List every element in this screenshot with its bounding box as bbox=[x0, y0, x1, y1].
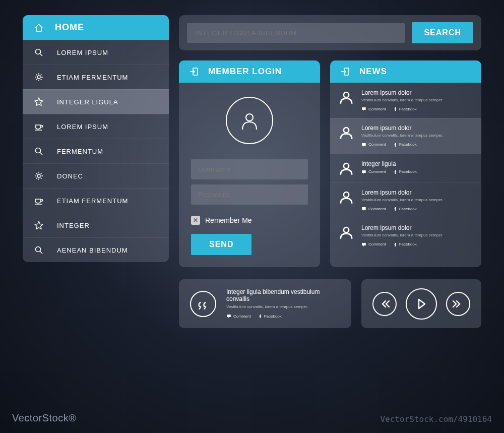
sidebar-item-fermentum[interactable]: FERMENTUM bbox=[23, 139, 169, 163]
avatar-icon bbox=[226, 97, 273, 144]
sidebar-item-label: LOREM IPSUM bbox=[57, 49, 108, 56]
sidebar-item-aenean-bibendum[interactable]: AENEAN BIBENDUM bbox=[23, 237, 169, 262]
quote-box: Integer ligula bibendum vestibulum conva… bbox=[179, 279, 351, 328]
search-input[interactable] bbox=[187, 23, 405, 43]
gear-icon bbox=[34, 72, 44, 82]
sidebar-item-donec[interactable]: DONEC bbox=[23, 163, 169, 188]
news-title: Lorem ipsum dolor bbox=[361, 125, 473, 132]
user-icon bbox=[338, 189, 354, 205]
send-button[interactable]: SEND bbox=[191, 234, 251, 255]
sidebar-item-label: FERMENTUM bbox=[57, 148, 103, 155]
facebook-link[interactable]: Facebook bbox=[393, 106, 417, 112]
search-icon bbox=[34, 47, 44, 57]
news-subtitle: Vestibulum convallis, lorem a tempus sem… bbox=[361, 233, 473, 238]
news-item[interactable]: Integer ligula Comment Facebook bbox=[330, 154, 481, 182]
sidebar-header[interactable]: HOME bbox=[23, 15, 169, 40]
next-button[interactable] bbox=[446, 292, 470, 316]
search-button[interactable]: SEARCH bbox=[412, 22, 473, 43]
watermark-vectorstock: VectorStock® bbox=[12, 412, 76, 424]
login-icon bbox=[340, 67, 350, 77]
sidebar-item-label: LOREM IPSUM bbox=[57, 123, 108, 131]
comment-link[interactable]: Comment bbox=[361, 106, 386, 111]
username-input[interactable] bbox=[191, 159, 308, 179]
news-item[interactable]: Lorem ipsum dolor Vestibulum convallis, … bbox=[330, 83, 481, 118]
cup-icon bbox=[34, 121, 44, 132]
facebook-link[interactable]: Facebook bbox=[258, 313, 282, 319]
comment-link[interactable]: Comment bbox=[361, 242, 386, 247]
sidebar-item-label: INTEGER bbox=[57, 222, 90, 229]
search-bar: SEARCH bbox=[179, 15, 481, 50]
login-header: MEMBER LOGIN bbox=[179, 60, 320, 83]
password-input[interactable] bbox=[191, 184, 308, 205]
sidebar-item-integer[interactable]: INTEGER bbox=[23, 213, 169, 237]
news-item[interactable]: Lorem ipsum dolor Vestibulum convallis, … bbox=[330, 118, 481, 153]
comment-link[interactable]: Comment bbox=[361, 206, 386, 211]
news-header-label: NEWS bbox=[359, 67, 387, 77]
news-subtitle: Vestibulum convallis, lorem a tempus sem… bbox=[361, 198, 473, 203]
gear-icon bbox=[34, 171, 44, 181]
sidebar-header-label: HOME bbox=[55, 22, 84, 33]
sidebar-item-lorem-ipsum[interactable]: LOREM IPSUM bbox=[23, 40, 169, 65]
prev-button[interactable] bbox=[372, 292, 397, 316]
remember-checkbox[interactable]: ✕ bbox=[191, 216, 200, 225]
user-icon bbox=[338, 89, 354, 105]
news-subtitle: Vestibulum convallis, lorem a tempus sem… bbox=[361, 133, 473, 138]
login-icon bbox=[189, 67, 199, 77]
comment-link[interactable]: Comment bbox=[361, 142, 386, 147]
news-item[interactable]: Lorem ipsum dolor Vestibulum convallis, … bbox=[330, 218, 481, 253]
sidebar-item-etiam-fermentum[interactable]: ETIAM FERMENTUM bbox=[23, 65, 169, 89]
sidebar-item-label: AENEAN BIBENDUM bbox=[57, 246, 128, 254]
user-icon bbox=[338, 160, 354, 176]
play-button[interactable] bbox=[406, 288, 437, 320]
news-panel: NEWS Lorem ipsum dolor Vestibulum conval… bbox=[330, 60, 481, 267]
facebook-link[interactable]: Facebook bbox=[393, 169, 417, 175]
sidebar-item-label: INTEGER LIGULA bbox=[57, 98, 118, 106]
login-header-label: MEMBER LOGIN bbox=[208, 67, 282, 77]
login-panel: MEMBER LOGIN ✕ Remember Me SEND bbox=[179, 60, 320, 267]
remember-label: Remember Me bbox=[205, 216, 252, 224]
sidebar: HOME LOREM IPSUM ETIAM FERMENTUM INTEGER… bbox=[23, 15, 169, 262]
sidebar-item-lorem-ipsum-2[interactable]: LOREM IPSUM bbox=[23, 114, 169, 139]
news-title: Lorem ipsum dolor bbox=[361, 189, 473, 196]
news-item[interactable]: Lorem ipsum dolor Vestibulum convallis, … bbox=[330, 182, 481, 218]
media-controls bbox=[361, 279, 481, 328]
quote-icon bbox=[190, 291, 216, 317]
news-header: NEWS bbox=[330, 60, 481, 83]
comment-link[interactable]: Comment bbox=[226, 314, 251, 319]
search-icon bbox=[34, 146, 44, 156]
facebook-link[interactable]: Facebook bbox=[393, 206, 417, 212]
comment-link[interactable]: Comment bbox=[361, 169, 386, 174]
news-title: Lorem ipsum dolor bbox=[361, 224, 473, 231]
quote-subtitle: Vestibulum convallis, lorem a tempus sem… bbox=[226, 304, 340, 309]
sidebar-item-label: ETIAM FERMENTUM bbox=[57, 197, 128, 205]
news-subtitle: Vestibulum convallis, lorem a tempus sem… bbox=[361, 98, 473, 103]
sidebar-item-integer-ligula[interactable]: INTEGER LIGULA bbox=[23, 89, 169, 114]
user-icon bbox=[338, 224, 354, 240]
sidebar-item-label: DONEC bbox=[57, 172, 83, 180]
user-icon bbox=[338, 125, 354, 141]
watermark-id: VectorStock.com/4910164 bbox=[380, 414, 492, 424]
cup-icon bbox=[34, 196, 44, 206]
quote-title: Integer ligula bibendum vestibulum conva… bbox=[226, 288, 340, 302]
facebook-link[interactable]: Facebook bbox=[393, 241, 417, 248]
star-icon bbox=[34, 97, 44, 107]
facebook-link[interactable]: Facebook bbox=[393, 142, 417, 148]
news-title: Lorem ipsum dolor bbox=[361, 89, 473, 96]
star-icon bbox=[34, 220, 44, 230]
home-icon bbox=[34, 23, 44, 33]
sidebar-item-etiam-fermentum-2[interactable]: ETIAM FERMENTUM bbox=[23, 188, 169, 213]
news-title: Integer ligula bbox=[361, 160, 473, 167]
sidebar-item-label: ETIAM FERMENTUM bbox=[57, 74, 128, 81]
search-icon bbox=[34, 245, 44, 255]
